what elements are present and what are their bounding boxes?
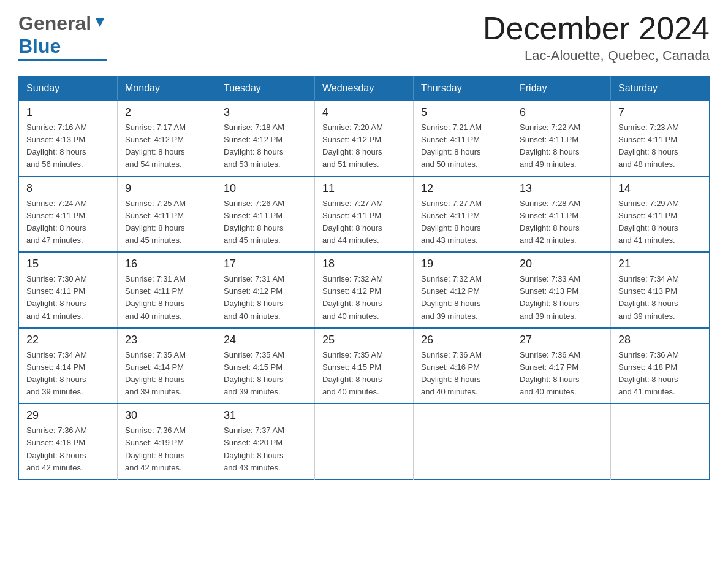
- calendar-cell: 11 Sunrise: 7:27 AMSunset: 4:11 PMDaylig…: [315, 177, 414, 253]
- calendar-week-row: 1 Sunrise: 7:16 AMSunset: 4:13 PMDayligh…: [19, 101, 710, 177]
- day-info: Sunrise: 7:36 AMSunset: 4:19 PMDaylight:…: [125, 426, 186, 472]
- day-info: Sunrise: 7:34 AMSunset: 4:14 PMDaylight:…: [26, 350, 87, 396]
- logo-arrow-icon: [93, 16, 107, 32]
- day-info: Sunrise: 7:27 AMSunset: 4:11 PMDaylight:…: [421, 199, 482, 245]
- day-number: 23: [125, 334, 208, 347]
- day-number: 17: [224, 258, 307, 270]
- calendar-week-row: 29 Sunrise: 7:36 AMSunset: 4:18 PMDaylig…: [19, 404, 710, 479]
- day-info: Sunrise: 7:28 AMSunset: 4:11 PMDaylight:…: [520, 199, 580, 245]
- calendar-cell: 26 Sunrise: 7:36 AMSunset: 4:16 PMDaylig…: [414, 328, 512, 404]
- day-info: Sunrise: 7:36 AMSunset: 4:18 PMDaylight:…: [618, 350, 679, 396]
- day-number: 3: [224, 106, 307, 119]
- day-number: 28: [618, 334, 702, 347]
- day-info: Sunrise: 7:33 AMSunset: 4:13 PMDaylight:…: [520, 274, 580, 320]
- logo-general: General: [18, 12, 91, 35]
- day-number: 26: [421, 334, 504, 347]
- day-number: 20: [520, 258, 603, 270]
- month-title: December 2024: [483, 12, 710, 44]
- svg-marker-0: [96, 18, 104, 27]
- day-number: 15: [26, 258, 110, 270]
- day-number: 11: [322, 182, 406, 195]
- day-info: Sunrise: 7:21 AMSunset: 4:11 PMDaylight:…: [421, 123, 482, 169]
- col-friday: Friday: [512, 77, 611, 101]
- col-wednesday: Wednesday: [315, 77, 414, 101]
- day-info: Sunrise: 7:35 AMSunset: 4:14 PMDaylight:…: [125, 350, 186, 396]
- day-number: 9: [125, 182, 208, 195]
- col-monday: Monday: [118, 77, 216, 101]
- day-info: Sunrise: 7:24 AMSunset: 4:11 PMDaylight:…: [26, 199, 87, 245]
- title-section: December 2024 Lac-Alouette, Quebec, Cana…: [483, 12, 710, 64]
- calendar-cell: 29 Sunrise: 7:36 AMSunset: 4:18 PMDaylig…: [19, 404, 118, 479]
- day-info: Sunrise: 7:17 AMSunset: 4:12 PMDaylight:…: [125, 123, 186, 169]
- day-number: 13: [520, 182, 603, 195]
- calendar-cell: 8 Sunrise: 7:24 AMSunset: 4:11 PMDayligh…: [19, 177, 118, 253]
- day-number: 30: [125, 409, 208, 422]
- day-number: 29: [26, 409, 110, 422]
- logo-underline: [18, 59, 107, 61]
- day-info: Sunrise: 7:22 AMSunset: 4:11 PMDaylight:…: [520, 123, 580, 169]
- day-number: 16: [125, 258, 208, 270]
- day-info: Sunrise: 7:26 AMSunset: 4:11 PMDaylight:…: [224, 199, 284, 245]
- day-info: Sunrise: 7:36 AMSunset: 4:18 PMDaylight:…: [26, 426, 87, 472]
- day-number: 18: [322, 258, 406, 270]
- calendar-cell: 13 Sunrise: 7:28 AMSunset: 4:11 PMDaylig…: [512, 177, 611, 253]
- day-number: 6: [520, 106, 603, 119]
- calendar-cell: 17 Sunrise: 7:31 AMSunset: 4:12 PMDaylig…: [216, 252, 315, 328]
- calendar-cell: 4 Sunrise: 7:20 AMSunset: 4:12 PMDayligh…: [315, 101, 414, 177]
- day-number: 31: [224, 409, 307, 422]
- calendar-cell: 28 Sunrise: 7:36 AMSunset: 4:18 PMDaylig…: [611, 328, 710, 404]
- day-info: Sunrise: 7:36 AMSunset: 4:17 PMDaylight:…: [520, 350, 580, 396]
- col-sunday: Sunday: [19, 77, 118, 101]
- calendar-week-row: 8 Sunrise: 7:24 AMSunset: 4:11 PMDayligh…: [19, 177, 710, 253]
- calendar-week-row: 22 Sunrise: 7:34 AMSunset: 4:14 PMDaylig…: [19, 328, 710, 404]
- day-number: 24: [224, 334, 307, 347]
- calendar-cell: 3 Sunrise: 7:18 AMSunset: 4:12 PMDayligh…: [216, 101, 315, 177]
- day-number: 1: [26, 106, 110, 119]
- day-info: Sunrise: 7:25 AMSunset: 4:11 PMDaylight:…: [125, 199, 186, 245]
- calendar-cell: 25 Sunrise: 7:35 AMSunset: 4:15 PMDaylig…: [315, 328, 414, 404]
- calendar-cell: [315, 404, 414, 479]
- calendar-cell: 12 Sunrise: 7:27 AMSunset: 4:11 PMDaylig…: [414, 177, 512, 253]
- calendar-cell: 27 Sunrise: 7:36 AMSunset: 4:17 PMDaylig…: [512, 328, 611, 404]
- day-number: 21: [618, 258, 702, 270]
- day-number: 14: [618, 182, 702, 195]
- day-info: Sunrise: 7:31 AMSunset: 4:11 PMDaylight:…: [125, 274, 186, 320]
- calendar-cell: 18 Sunrise: 7:32 AMSunset: 4:12 PMDaylig…: [315, 252, 414, 328]
- calendar-cell: 9 Sunrise: 7:25 AMSunset: 4:11 PMDayligh…: [118, 177, 216, 253]
- day-number: 7: [618, 106, 702, 119]
- day-number: 2: [125, 106, 208, 119]
- calendar-cell: 15 Sunrise: 7:30 AMSunset: 4:11 PMDaylig…: [19, 252, 118, 328]
- day-number: 22: [26, 334, 110, 347]
- day-number: 25: [322, 334, 406, 347]
- day-info: Sunrise: 7:37 AMSunset: 4:20 PMDaylight:…: [224, 426, 284, 472]
- day-number: 27: [520, 334, 603, 347]
- calendar-cell: 30 Sunrise: 7:36 AMSunset: 4:19 PMDaylig…: [118, 404, 216, 479]
- calendar-cell: 31 Sunrise: 7:37 AMSunset: 4:20 PMDaylig…: [216, 404, 315, 479]
- day-info: Sunrise: 7:35 AMSunset: 4:15 PMDaylight:…: [224, 350, 284, 396]
- calendar-cell: 10 Sunrise: 7:26 AMSunset: 4:11 PMDaylig…: [216, 177, 315, 253]
- day-info: Sunrise: 7:30 AMSunset: 4:11 PMDaylight:…: [26, 274, 87, 320]
- day-number: 5: [421, 106, 504, 119]
- day-info: Sunrise: 7:32 AMSunset: 4:12 PMDaylight:…: [421, 274, 482, 320]
- calendar-cell: [512, 404, 611, 479]
- page-header: General Blue December 2024 Lac-Alouette,…: [18, 12, 710, 64]
- day-number: 10: [224, 182, 307, 195]
- day-number: 12: [421, 182, 504, 195]
- calendar-cell: 22 Sunrise: 7:34 AMSunset: 4:14 PMDaylig…: [19, 328, 118, 404]
- day-info: Sunrise: 7:32 AMSunset: 4:12 PMDaylight:…: [322, 274, 383, 320]
- calendar-cell: 6 Sunrise: 7:22 AMSunset: 4:11 PMDayligh…: [512, 101, 611, 177]
- col-saturday: Saturday: [611, 77, 710, 101]
- day-info: Sunrise: 7:35 AMSunset: 4:15 PMDaylight:…: [322, 350, 383, 396]
- calendar-cell: 2 Sunrise: 7:17 AMSunset: 4:12 PMDayligh…: [118, 101, 216, 177]
- calendar-cell: 20 Sunrise: 7:33 AMSunset: 4:13 PMDaylig…: [512, 252, 611, 328]
- day-info: Sunrise: 7:36 AMSunset: 4:16 PMDaylight:…: [421, 350, 482, 396]
- calendar-cell: 7 Sunrise: 7:23 AMSunset: 4:11 PMDayligh…: [611, 101, 710, 177]
- calendar-cell: 24 Sunrise: 7:35 AMSunset: 4:15 PMDaylig…: [216, 328, 315, 404]
- calendar-cell: 19 Sunrise: 7:32 AMSunset: 4:12 PMDaylig…: [414, 252, 512, 328]
- day-number: 19: [421, 258, 504, 270]
- day-info: Sunrise: 7:20 AMSunset: 4:12 PMDaylight:…: [322, 123, 383, 169]
- day-info: Sunrise: 7:23 AMSunset: 4:11 PMDaylight:…: [618, 123, 679, 169]
- calendar-cell: 16 Sunrise: 7:31 AMSunset: 4:11 PMDaylig…: [118, 252, 216, 328]
- day-info: Sunrise: 7:27 AMSunset: 4:11 PMDaylight:…: [322, 199, 383, 245]
- day-info: Sunrise: 7:18 AMSunset: 4:12 PMDaylight:…: [224, 123, 284, 169]
